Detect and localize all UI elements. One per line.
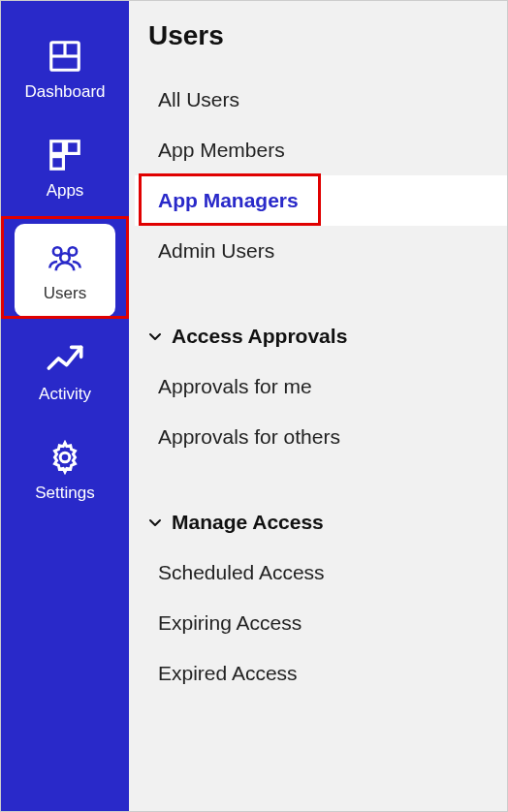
sidebar-item-dashboard[interactable]: Dashboard: [1, 20, 129, 119]
content-panel: Users All Users App Members App Managers…: [129, 1, 507, 811]
chevron-down-icon: [146, 328, 164, 345]
menu-item-expiring-access[interactable]: Expiring Access: [135, 598, 507, 648]
menu-item-scheduled-access[interactable]: Scheduled Access: [135, 547, 507, 598]
menu-item-app-members[interactable]: App Members: [135, 125, 507, 175]
svg-point-9: [60, 453, 70, 462]
svg-rect-3: [51, 141, 64, 154]
chevron-down-icon: [146, 514, 164, 531]
sidebar-item-apps[interactable]: Apps: [1, 119, 129, 218]
sidebar-item-label: Dashboard: [24, 82, 105, 102]
sidebar-item-users[interactable]: Users: [15, 224, 115, 317]
section-header-access-approvals[interactable]: Access Approvals: [135, 311, 507, 361]
menu-item-expired-access[interactable]: Expired Access: [135, 648, 507, 699]
menu-item-app-managers[interactable]: App Managers: [135, 175, 507, 226]
sidebar-item-label: Apps: [47, 181, 84, 201]
users-icon: [45, 237, 85, 278]
sidebar-item-activity[interactable]: Activity: [1, 323, 129, 422]
sidebar-item-label: Users: [44, 284, 86, 303]
activity-icon: [45, 338, 85, 379]
menu-item-approvals-for-me[interactable]: Approvals for me: [135, 361, 507, 412]
sidebar-item-label: Settings: [35, 484, 94, 503]
svg-point-8: [60, 253, 69, 262]
svg-point-7: [69, 247, 77, 255]
menu-item-all-users[interactable]: All Users: [135, 75, 507, 125]
section-header-label: Manage Access: [172, 511, 324, 534]
section-header-label: Access Approvals: [172, 325, 347, 348]
menu-item-approvals-for-others[interactable]: Approvals for others: [135, 412, 507, 462]
sidebar-item-label: Activity: [39, 385, 91, 404]
sidebar-item-settings[interactable]: Settings: [1, 422, 129, 520]
apps-icon: [45, 135, 85, 175]
svg-rect-4: [51, 157, 64, 170]
dashboard-icon: [45, 36, 85, 77]
menu-item-admin-users[interactable]: Admin Users: [135, 226, 507, 276]
sidebar: Dashboard Apps: [1, 1, 129, 811]
section-header-manage-access[interactable]: Manage Access: [135, 497, 507, 547]
settings-icon: [45, 437, 85, 478]
svg-point-6: [53, 247, 61, 255]
page-title: Users: [135, 20, 507, 51]
svg-rect-5: [67, 141, 79, 154]
